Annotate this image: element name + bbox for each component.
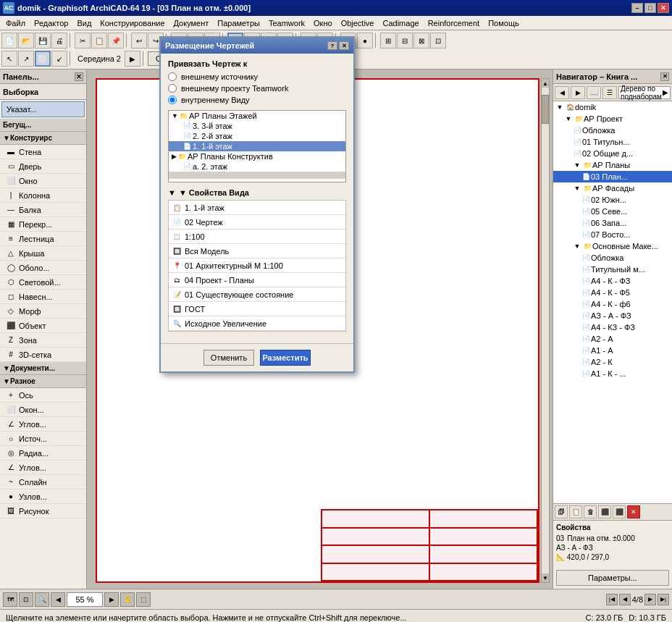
tree-item-general[interactable]: 📄 02 Общие д... — [553, 148, 672, 159]
tb-save-btn[interactable]: 💾 — [35, 33, 51, 49]
tb-cut-btn[interactable]: ✂ — [75, 33, 91, 49]
menu-cadimage[interactable]: Cadimage — [378, 17, 423, 29]
minimize-button[interactable]: – — [631, 3, 643, 13]
placement-dialog[interactable]: Размещение Чертежей ? ✕ Привязать Чертеж… — [159, 36, 355, 373]
tool-radial[interactable]: ◎Радиа... — [0, 446, 86, 461]
tb-inject-btn[interactable]: ↙ — [51, 51, 67, 67]
menu-construct[interactable]: Конструирование — [96, 17, 169, 29]
tool-beam[interactable]: —Балка — [0, 203, 86, 217]
section-header-misc[interactable]: ▼ Разное — [0, 375, 86, 388]
tb-arrow2-btn[interactable]: ↗ — [18, 51, 34, 67]
section-header-document[interactable]: ▼ Документи... — [0, 362, 86, 375]
menu-objective[interactable]: Objective — [337, 17, 379, 29]
bt-zoom-next-btn[interactable]: ▶ — [104, 592, 119, 607]
radio-external-teamwork-input[interactable] — [168, 84, 177, 93]
tree-item-west[interactable]: 📄 06 Запа... — [553, 217, 672, 229]
nav-list-btn[interactable]: ☰ — [602, 86, 617, 99]
bt-pan-btn[interactable]: ✋ — [120, 592, 135, 607]
nav-header-buttons[interactable]: ✕ — [660, 72, 669, 81]
dialog-cancel-button[interactable]: Отменить — [203, 350, 254, 366]
tool-column[interactable]: |Колонна — [0, 188, 86, 203]
tool-skylight[interactable]: ⬡Световой... — [0, 275, 86, 290]
view-props-header[interactable]: ▼ ▼ Свойства Вида — [168, 188, 346, 197]
dialog-tree-floor1[interactable]: 📄 1. 1-й этаж — [169, 141, 345, 151]
panel-close-button[interactable]: ✕ — [75, 72, 83, 81]
tree-item-cover[interactable]: 📄 Обложка — [553, 125, 672, 136]
nav-back-btn[interactable]: ◀ — [555, 86, 569, 99]
page-prev-btn[interactable]: ◀ — [619, 594, 631, 605]
tree-item-domik[interactable]: ▼ 🏠 domik — [553, 101, 672, 113]
tool-morph[interactable]: ◇Морф — [0, 304, 86, 319]
tool-stair[interactable]: ≡Лестница — [0, 232, 86, 246]
nav-close-btn[interactable]: ✕ — [660, 72, 669, 81]
menu-window[interactable]: Окно — [309, 17, 337, 29]
pointer-tool-button[interactable]: Указат... — [1, 101, 85, 117]
tree-item-a1-a[interactable]: 📄 А1 - А — [553, 345, 672, 356]
tree-item-a4-k-f5[interactable]: 📄 А4 - К - Ф5 — [553, 287, 672, 298]
tree-item-a2-k[interactable]: 📄 А2 - К — [553, 356, 672, 368]
bt-nav-btn[interactable]: 🗺 — [3, 592, 17, 607]
nav-extra1-btn[interactable]: ⬛ — [598, 505, 611, 518]
menu-teamwork[interactable]: Teamwork — [264, 17, 309, 29]
dialog-tree-hscroll[interactable] — [169, 172, 345, 179]
tb-undo-btn[interactable]: ↩ — [131, 33, 147, 49]
radio-external-source-input[interactable] — [168, 72, 177, 81]
dialog-tree-floor3[interactable]: 📄 3. 3-й этаж — [169, 121, 345, 131]
tool-slab[interactable]: ▦Перекр... — [0, 217, 86, 232]
menu-file[interactable]: Файл — [1, 17, 30, 29]
bt-zoom-area-btn[interactable]: ⬚ — [136, 592, 151, 607]
page-first-btn[interactable]: |◀ — [606, 594, 618, 605]
bt-zoom-prev-btn[interactable]: ◀ — [51, 592, 65, 607]
dialog-tree-floor2[interactable]: 📄 2. 2-й этаж — [169, 131, 345, 141]
menu-reinforcement[interactable]: Reinforcement — [424, 17, 484, 29]
tree-item-a3-a-f3[interactable]: 📄 АЗ - А - ФЗ — [553, 310, 672, 321]
tb-copy-btn[interactable]: 📋 — [91, 33, 107, 49]
dialog-close-btn[interactable]: ✕ — [339, 41, 349, 50]
radio-internal-view-input[interactable] — [168, 96, 177, 104]
tool-source[interactable]: ☼Источ... — [0, 432, 86, 446]
tree-item-a4-k3-f3[interactable]: 📄 А4 - КЗ - ФЗ — [553, 321, 672, 333]
tree-item-ar-facades[interactable]: ▼ 📁 АР Фасады — [553, 182, 672, 194]
tb-open-btn[interactable]: 📂 — [18, 33, 34, 49]
radio-internal-view[interactable]: внутреннему Виду — [168, 96, 346, 104]
tb-extra1-btn[interactable]: ⊞ — [380, 33, 396, 49]
menu-editor[interactable]: Редактор — [30, 17, 72, 29]
title-bar-buttons[interactable]: – □ ✕ — [631, 3, 669, 13]
tool-door[interactable]: ▭Дверь — [0, 159, 86, 174]
tree-item-a4-k-f6[interactable]: 📄 А4 - К - ф6 — [553, 298, 672, 310]
menu-document[interactable]: Документ — [169, 17, 214, 29]
dialog-ok-button[interactable]: Разместить — [260, 350, 311, 366]
tree-item-plan03[interactable]: 📄 03 План... — [553, 171, 672, 182]
radio-external-teamwork[interactable]: внешнему проекту Teamwork — [168, 84, 346, 93]
dialog-tree-ar-floors[interactable]: ▼ 📁 АР Планы Этажей — [169, 111, 345, 121]
tb-render-btn[interactable]: ● — [357, 33, 373, 49]
tool-angle[interactable]: ∠Углов... — [0, 417, 86, 432]
tool-window[interactable]: ⬜Окно — [0, 174, 86, 188]
menu-params[interactable]: Параметры — [213, 17, 264, 29]
tree-item-east[interactable]: 📄 07 Восто... — [553, 229, 672, 240]
vertical-scrollbar[interactable]: ▲ ▼ — [541, 78, 550, 583]
tb-extra3-btn[interactable]: ⊠ — [413, 33, 429, 49]
tb-pointer-btn[interactable]: ↖ — [1, 51, 17, 67]
dialog-title-buttons[interactable]: ? ✕ — [327, 41, 349, 50]
scroll-up-button[interactable]: ▲ — [542, 79, 549, 88]
tree-item-title-page[interactable]: 📄 01 Титульн... — [553, 136, 672, 148]
bt-fit-btn[interactable]: ⊡ — [19, 592, 33, 607]
tb-marquee-btn[interactable]: ⬜ — [35, 51, 51, 67]
tool-node[interactable]: ●Узлов... — [0, 489, 86, 504]
tool-wall[interactable]: ▬Стена — [0, 145, 86, 159]
tree-item-title-m[interactable]: 📄 Титульный м... — [553, 264, 672, 275]
radio-external-source[interactable]: внешнему источнику — [168, 72, 346, 81]
nav-edit-btn[interactable]: 📋 — [569, 505, 582, 518]
section-header-construct[interactable]: ▼ Конструирс — [0, 132, 86, 145]
menu-help[interactable]: Помощь — [484, 17, 524, 29]
nav-fwd-btn[interactable]: ▶ — [571, 86, 585, 99]
nav-delete-btn[interactable]: 🗑 — [584, 505, 597, 518]
nav-dropdown[interactable]: Дерево по поднаборам ▶ — [618, 86, 671, 99]
tb-extra4-btn[interactable]: ⊡ — [430, 33, 446, 49]
tree-item-north[interactable]: 📄 05 Севе... — [553, 206, 672, 217]
tool-roof[interactable]: △Крыша — [0, 246, 86, 261]
tree-item-layout-cover[interactable]: 📄 Обложка — [553, 252, 672, 264]
nav-add-btn[interactable]: 🗐 — [555, 505, 568, 518]
maximize-button[interactable]: □ — [644, 3, 656, 13]
